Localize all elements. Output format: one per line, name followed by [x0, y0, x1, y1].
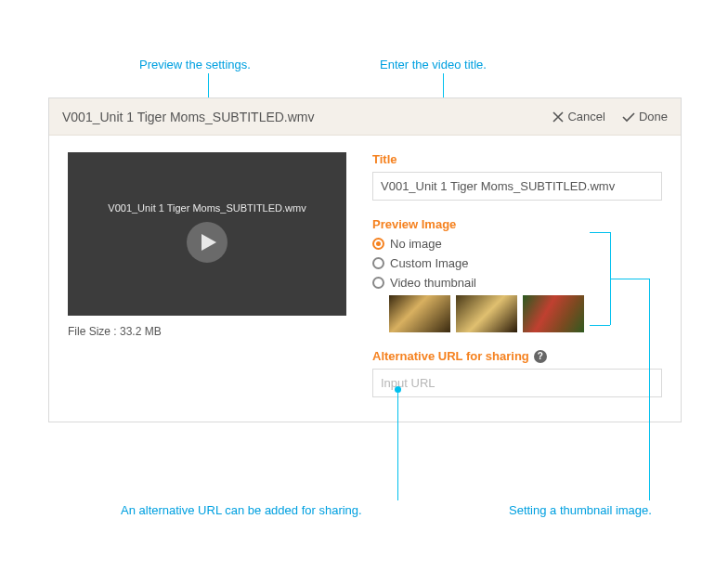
radio-icon: [372, 257, 384, 269]
thumbnail-option[interactable]: [456, 295, 517, 332]
annotation-line: [590, 232, 610, 233]
done-button[interactable]: Done: [622, 110, 668, 123]
annotation-title: Enter the video title.: [380, 58, 487, 71]
preview-filename: V001_Unit 1 Tiger Moms_SUBTITLED.wmv: [108, 202, 306, 214]
title-input[interactable]: [372, 172, 662, 201]
close-icon: [552, 111, 564, 123]
radio-label: Video thumbnail: [390, 276, 476, 290]
alternative-url-label: Alternative URL for sharing ?: [372, 349, 662, 363]
cancel-button[interactable]: Cancel: [552, 110, 604, 123]
done-label: Done: [639, 110, 668, 123]
title-label: Title: [372, 152, 662, 166]
annotation-line: [610, 279, 649, 279]
radio-icon: [372, 277, 384, 289]
dialog-body: V001_Unit 1 Tiger Moms_SUBTITLED.wmv Fil…: [49, 136, 681, 422]
dialog-title: V001_Unit 1 Tiger Moms_SUBTITLED.wmv: [62, 110, 536, 124]
preview-column: V001_Unit 1 Tiger Moms_SUBTITLED.wmv Fil…: [68, 152, 346, 397]
form-column: Title Preview Image No image Custom Imag…: [372, 152, 662, 397]
dialog-header: V001_Unit 1 Tiger Moms_SUBTITLED.wmv Can…: [49, 98, 681, 136]
thumbnail-option[interactable]: [389, 295, 450, 332]
alt-url-label-text: Alternative URL for sharing: [372, 349, 529, 363]
file-size-label: File Size : 33.2 MB: [68, 325, 346, 338]
annotation-line: [397, 390, 398, 500]
cancel-label: Cancel: [567, 110, 604, 123]
radio-no-image[interactable]: No image: [372, 237, 662, 251]
video-settings-dialog: V001_Unit 1 Tiger Moms_SUBTITLED.wmv Can…: [48, 97, 682, 422]
radio-icon: [372, 238, 384, 250]
alternative-url-field: Alternative URL for sharing ?: [372, 349, 662, 397]
annotation-line: [590, 325, 610, 326]
check-icon: [622, 111, 635, 123]
annotation-dot: [395, 386, 401, 393]
help-icon[interactable]: ?: [534, 350, 547, 363]
radio-custom-image[interactable]: Custom Image: [372, 256, 662, 270]
radio-label: No image: [390, 237, 442, 251]
annotation-preview: Preview the settings.: [139, 58, 251, 71]
preview-image-field: Preview Image No image Custom Image Vide…: [372, 217, 662, 332]
annotation-thumbnail: Setting a thumbnail image.: [509, 503, 652, 517]
thumbnail-option[interactable]: [523, 295, 584, 332]
title-field: Title: [372, 152, 662, 201]
play-button[interactable]: [187, 222, 228, 263]
play-icon: [202, 234, 216, 251]
preview-image-label: Preview Image: [372, 217, 662, 231]
thumbnail-row: [389, 295, 662, 332]
alternative-url-input[interactable]: [372, 369, 662, 397]
annotation-alturl: An alternative URL can be added for shar…: [121, 503, 362, 517]
radio-label: Custom Image: [390, 256, 469, 270]
annotation-line: [649, 279, 650, 500]
video-preview[interactable]: V001_Unit 1 Tiger Moms_SUBTITLED.wmv: [68, 152, 346, 316]
